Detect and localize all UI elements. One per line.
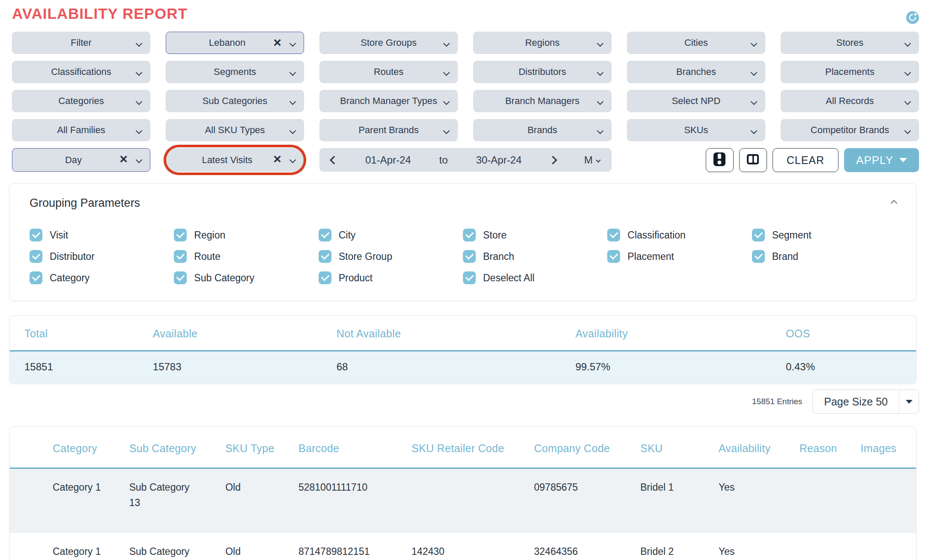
date-from[interactable]: 01-Apr-24	[365, 154, 411, 166]
checkbox-item-route[interactable]: Route	[174, 250, 318, 263]
chevron-down-icon	[597, 98, 604, 105]
checkbox-item-store-group[interactable]: Store Group	[319, 250, 463, 263]
filter-pill-placements[interactable]: Placements	[781, 61, 919, 83]
filter-pill-brands[interactable]: Brands	[473, 119, 612, 141]
checked-checkbox-icon[interactable]	[30, 271, 42, 284]
filter-pill-skus[interactable]: SKUs	[627, 119, 765, 141]
checkbox-item-branch[interactable]: Branch	[463, 250, 607, 263]
chevron-down-icon	[443, 40, 450, 47]
col-header-images: Images	[861, 427, 903, 468]
grouping-title: Grouping Parameters	[30, 197, 140, 210]
entries-count: 15851 Entries	[752, 397, 802, 406]
refresh-button[interactable]	[906, 5, 919, 26]
checkbox-item-placement[interactable]: Placement	[607, 250, 752, 263]
filter-pill-all-records[interactable]: All Records	[781, 90, 919, 112]
checked-checkbox-icon[interactable]	[463, 271, 476, 284]
col-header-sku: SKU	[640, 427, 719, 468]
grouping-checklist: Visit Region City Store Classification S…	[30, 229, 896, 284]
checked-checkbox-icon[interactable]	[174, 271, 187, 284]
summary-value-total: 15851	[24, 351, 153, 383]
caret-down-icon[interactable]	[899, 390, 919, 413]
checkbox-item-store[interactable]: Store	[463, 229, 607, 241]
page-title: AVAILABILITY REPORT	[12, 5, 188, 22]
chevron-down-icon	[596, 158, 600, 162]
filter-pill-categories[interactable]: Categories	[12, 90, 150, 112]
clear-icon[interactable]: ×	[273, 152, 281, 166]
columns-button[interactable]	[739, 148, 767, 172]
chevron-down-icon	[136, 98, 143, 105]
checked-checkbox-icon[interactable]	[607, 229, 620, 241]
table-row[interactable]: Category 1 Sub Category 13 Old 528100111…	[10, 469, 916, 533]
filter-action-row: Day× Latest Visits× 01-Apr-24 to 30-Apr-…	[12, 148, 919, 172]
filter-pill-store-groups[interactable]: Store Groups	[319, 32, 458, 54]
date-range-control: 01-Apr-24 to 30-Apr-24 M	[319, 148, 612, 172]
chevron-right-icon[interactable]	[549, 156, 557, 164]
date-separator: to	[439, 154, 448, 166]
apply-button[interactable]: APPLY	[844, 148, 919, 172]
collapse-chevron-up-icon[interactable]	[891, 200, 898, 207]
chevron-down-icon	[136, 40, 143, 47]
save-button[interactable]	[706, 148, 734, 172]
col-header-sku-retailer-code: SKU Retailer Code	[412, 427, 534, 468]
filter-pill-branch-managers[interactable]: Branch Managers	[473, 90, 612, 112]
checkbox-item-city[interactable]: City	[319, 229, 463, 241]
filter-pill-country[interactable]: Lebanon×	[166, 32, 304, 54]
filter-pill-competitor-brands[interactable]: Competitor Brands	[781, 119, 919, 141]
columns-icon	[746, 154, 759, 167]
filter-pill-branches[interactable]: Branches	[627, 61, 765, 83]
checked-checkbox-icon[interactable]	[319, 271, 331, 284]
checkbox-item-distributor[interactable]: Distributor	[30, 250, 174, 263]
summary-header-row: Total Available Not Available Availabili…	[10, 316, 916, 351]
checkbox-item-deselect-all[interactable]: Deselect All	[463, 271, 607, 284]
col-header-sku-type: SKU Type	[225, 427, 298, 468]
chevron-down-icon	[289, 157, 296, 164]
filter-pill-all-sku-types[interactable]: All SKU Types	[166, 119, 304, 141]
filter-pill-all-families[interactable]: All Families	[12, 119, 150, 141]
checked-checkbox-icon[interactable]	[463, 229, 476, 241]
filter-pill-filter[interactable]: Filter	[12, 32, 150, 54]
filter-pill-parent-brands[interactable]: Parent Brands	[319, 119, 458, 141]
checkbox-item-region[interactable]: Region	[174, 229, 318, 241]
chevron-down-icon	[904, 98, 911, 105]
checked-checkbox-icon[interactable]	[30, 250, 42, 263]
table-row[interactable]: Category 1 Sub Category 13 Old 871478981…	[10, 533, 916, 560]
checked-checkbox-icon[interactable]	[752, 250, 765, 263]
filter-pill-select-npd[interactable]: Select NPD	[627, 90, 765, 112]
checked-checkbox-icon[interactable]	[174, 250, 187, 263]
date-to[interactable]: 30-Apr-24	[476, 154, 522, 166]
granularity-dropdown[interactable]: M	[584, 154, 600, 166]
checkbox-item-sub-category[interactable]: Sub Category	[174, 271, 318, 284]
checkbox-item-product[interactable]: Product	[319, 271, 463, 284]
filter-pill-distributors[interactable]: Distributors	[473, 61, 612, 83]
clear-icon[interactable]: ×	[273, 36, 281, 49]
checked-checkbox-icon[interactable]	[607, 250, 620, 263]
checked-checkbox-icon[interactable]	[463, 250, 476, 263]
filter-pill-routes[interactable]: Routes	[319, 61, 458, 83]
clear-icon[interactable]: ×	[119, 152, 128, 166]
chevron-left-icon[interactable]	[330, 156, 338, 164]
filter-pill-sub-categories[interactable]: Sub Categories	[166, 90, 304, 112]
checkbox-item-category[interactable]: Category	[30, 271, 174, 284]
checked-checkbox-icon[interactable]	[319, 229, 331, 241]
checkbox-item-brand[interactable]: Brand	[752, 250, 896, 263]
checked-checkbox-icon[interactable]	[174, 229, 187, 241]
summary-header-total: Total	[24, 316, 153, 350]
filter-pill-segments[interactable]: Segments	[166, 61, 304, 83]
chevron-down-icon	[904, 69, 911, 76]
filter-pill-branch-manager-types[interactable]: Branch Manager Types	[319, 90, 458, 112]
filter-pill-classifications[interactable]: Classifications	[12, 61, 150, 83]
checked-checkbox-icon[interactable]	[752, 229, 765, 241]
checkbox-item-segment[interactable]: Segment	[752, 229, 896, 241]
checked-checkbox-icon[interactable]	[319, 250, 331, 263]
filter-pill-cities[interactable]: Cities	[627, 32, 765, 54]
filter-pill-day[interactable]: Day×	[12, 148, 150, 172]
clear-button[interactable]: CLEAR	[773, 148, 838, 172]
checkbox-item-classification[interactable]: Classification	[607, 229, 752, 241]
filter-pill-latest-visits[interactable]: Latest Visits×	[166, 148, 304, 172]
filter-pill-regions[interactable]: Regions	[473, 32, 612, 54]
summary-header-oos: OOS	[786, 316, 916, 350]
filter-pill-stores[interactable]: Stores	[781, 32, 919, 54]
page-size-dropdown[interactable]: Page Size 50	[812, 390, 919, 414]
checkbox-item-visit[interactable]: Visit	[30, 229, 174, 241]
checked-checkbox-icon[interactable]	[30, 229, 42, 241]
